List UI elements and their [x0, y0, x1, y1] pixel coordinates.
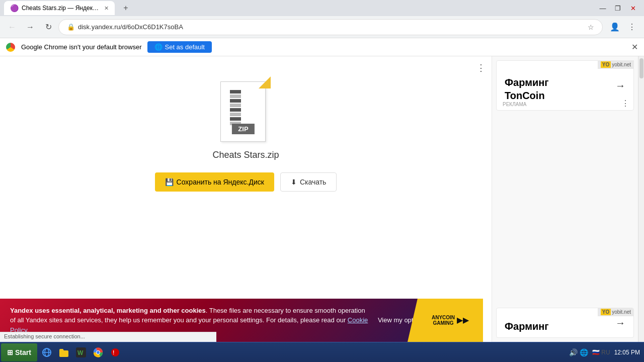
taskbar-chrome-icon[interactable]	[91, 345, 106, 360]
url-text: disk.yandex.ru/d/6oDxC6D1K7soBA	[78, 23, 183, 31]
ad-brand-2: YO yobit.net	[598, 308, 634, 316]
nav-right-icons: 👤 ⋮	[607, 19, 640, 35]
forward-button[interactable]: →	[22, 19, 38, 35]
browser-window: 🟣 Cheats Stars.zip — Яндекс.Диск ✕ + — ❐…	[0, 0, 644, 342]
zip-icon-container: ZIP Cheats Stars.zip 💾 Сохранить на Янде…	[155, 76, 337, 192]
anycoin-logo: ANYCOINGAMING ▶▶	[408, 299, 483, 342]
svg-text:W: W	[77, 349, 84, 356]
browser-tab[interactable]: 🟣 Cheats Stars.zip — Яндекс.Диск ✕	[4, 1, 115, 15]
reload-button[interactable]: ↻	[40, 19, 56, 35]
ad-text-1: ФармингTonCoin	[505, 69, 549, 102]
ad-card-1: YO yobit.net ФармингTonCoin → РЕКЛАМА ⋮	[496, 60, 634, 111]
ad-arrow-2[interactable]: →	[615, 317, 625, 329]
profile-icon[interactable]: 👤	[607, 19, 623, 35]
taskbar: ⊞ Start W ! 🔊	[0, 342, 644, 362]
status-text: Establishing secure connection...	[4, 333, 85, 339]
back-button[interactable]: ←	[4, 19, 20, 35]
save-to-disk-button[interactable]: 💾 Сохранить на Яндекс.Диск	[155, 172, 274, 192]
zip-file-icon: ZIP	[220, 76, 271, 142]
taskbar-winamp-icon[interactable]: W	[73, 345, 89, 360]
scrollbar[interactable]	[638, 56, 644, 342]
ad-arrow-1[interactable]: →	[615, 80, 625, 92]
info-bar-message: Google Chrome isn't your default browser	[21, 43, 141, 51]
ad-card-2: YO yobit.net Фарминг →	[496, 308, 634, 338]
maximize-button[interactable]: ❐	[611, 1, 625, 15]
taskbar-folder-icon[interactable]	[56, 345, 71, 360]
language-indicator[interactable]: 🇷🇺 RU	[592, 349, 610, 356]
zip-label: ZIP	[232, 124, 254, 134]
new-tab-button[interactable]: +	[119, 1, 133, 15]
taskbar-icons: W !	[39, 345, 123, 360]
cookie-text-bold: Yandex uses essential, analytical, marke…	[10, 307, 206, 314]
cookie-text: Yandex uses essential, analytical, marke…	[10, 306, 372, 335]
zip-paper: ZIP	[220, 81, 266, 142]
scroll-thumb[interactable]	[639, 58, 643, 78]
file-more-options[interactable]: ⋮	[476, 62, 486, 73]
tab-close-button[interactable]: ✕	[104, 5, 109, 12]
chrome-logo	[6, 43, 15, 52]
status-bar: Establishing secure connection...	[0, 332, 216, 342]
navigation-bar: ← → ↻ 🔒 disk.yandex.ru/d/6oDxC6D1K7soBA …	[0, 16, 644, 38]
svg-text:!: !	[113, 350, 114, 355]
ad-more-1[interactable]: ⋮	[621, 99, 629, 108]
speaker-icon[interactable]: 🔊	[569, 348, 578, 356]
start-button[interactable]: ⊞ Start	[1, 343, 37, 361]
more-menu-button[interactable]: ⋮	[624, 19, 640, 35]
clock: 12:05 PM	[614, 349, 640, 356]
window-controls: — ❐ ✕	[596, 1, 640, 15]
minimize-button[interactable]: —	[596, 1, 610, 15]
ad-text-2: Фарминг	[505, 314, 549, 332]
info-bar-close[interactable]: ✕	[631, 42, 638, 52]
info-bar: Google Chrome isn't your default browser…	[0, 38, 644, 56]
ad-rekl-1: РЕКЛАМА	[503, 102, 526, 107]
disk-icon: 💾	[165, 178, 174, 186]
download-button[interactable]: ⬇ Скачать	[280, 172, 337, 192]
address-bar[interactable]: 🔒 disk.yandex.ru/d/6oDxC6D1K7soBA ☆	[58, 19, 603, 35]
system-tray: 🔊 🌐	[569, 348, 588, 356]
start-icon: ⊞	[7, 348, 13, 356]
taskbar-antivirus-icon[interactable]: !	[108, 345, 123, 360]
bookmark-icon[interactable]: ☆	[588, 23, 594, 31]
taskbar-ie-icon[interactable]	[39, 345, 54, 360]
download-icon: ⬇	[291, 178, 297, 186]
file-name: Cheats Stars.zip	[212, 150, 279, 160]
corner-fold	[259, 76, 271, 88]
tab-favicon: 🟣	[10, 4, 19, 12]
tab-title: Cheats Stars.zip — Яндекс.Диск	[22, 5, 99, 12]
right-panel: YO yobit.net ФармингTonCoin → РЕКЛАМА ⋮ …	[492, 56, 638, 342]
close-button[interactable]: ✕	[626, 1, 640, 15]
russia-flag: 🇷🇺	[592, 349, 600, 356]
ad-brand-1: YO yobit.net	[598, 60, 634, 69]
svg-point-7	[97, 351, 100, 354]
network-icon[interactable]: 🌐	[580, 348, 588, 356]
title-bar: 🟣 Cheats Stars.zip — Яндекс.Диск ✕ + — ❐…	[0, 0, 644, 16]
chrome-icon-small: 🌐	[154, 43, 163, 51]
action-buttons: 💾 Сохранить на Яндекс.Диск ⬇ Скачать	[155, 172, 337, 192]
lock-icon: 🔒	[67, 23, 75, 31]
taskbar-right: 🔊 🌐 🇷🇺 RU 12:05 PM	[569, 348, 644, 356]
set-default-button[interactable]: 🌐 Set as default	[147, 41, 212, 53]
